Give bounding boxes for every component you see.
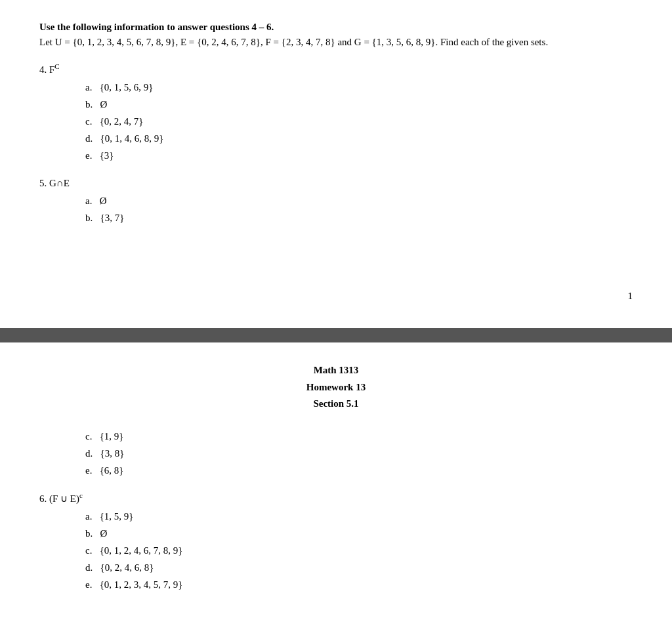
- question-5-block: 5. G∩E a. Ø b. {3, 7}: [39, 178, 633, 226]
- option-4c: c. {0, 2, 4, 7}: [85, 114, 633, 129]
- option-4a: a. {0, 1, 5, 6, 9}: [85, 79, 633, 95]
- option-5b: b. {3, 7}: [85, 210, 633, 226]
- option-4b: b. Ø: [85, 96, 633, 112]
- option-4e-text: {3}: [100, 150, 114, 161]
- question-6-block: 6. (F ∪ E)c a. {1, 5, 9} b. Ø c. {0, 1, …: [39, 491, 633, 592]
- option-5e-text: {6, 8}: [100, 465, 124, 476]
- option-5c-letter: c.: [85, 431, 92, 442]
- question-4-block: 4. FC a. {0, 1, 5, 6, 9} b. Ø c. {0, 2, …: [39, 62, 633, 163]
- instructions-line1: Use the following information to answer …: [39, 20, 633, 35]
- option-4b-letter: b.: [85, 99, 93, 110]
- page-bottom: Math 1313 Homework 13 Section 5.1 c. {1,…: [0, 342, 672, 633]
- option-5c: c. {1, 9}: [85, 428, 633, 444]
- instructions-block: Use the following information to answer …: [39, 20, 633, 49]
- option-4e-letter: e.: [85, 150, 92, 161]
- question-5-options: a. Ø b. {3, 7}: [85, 193, 633, 226]
- math-course: Math 1313: [39, 362, 633, 379]
- option-5b-letter: b.: [85, 213, 93, 223]
- section-label: Section 5.1: [39, 396, 633, 413]
- instructions-line2: Let U = {0, 1, 2, 3, 4, 5, 6, 7, 8, 9}, …: [39, 35, 633, 50]
- instructions-bold: Use the following information to answer …: [39, 22, 274, 32]
- option-4a-text: {0, 1, 5, 6, 9}: [100, 82, 154, 93]
- page-top: Use the following information to answer …: [0, 0, 672, 328]
- option-4d-text: {0, 1, 4, 6, 8, 9}: [100, 133, 164, 144]
- option-4d-letter: d.: [85, 133, 93, 144]
- option-5e-letter: e.: [85, 465, 92, 476]
- option-5a: a. Ø: [85, 193, 633, 209]
- option-6b: b. Ø: [85, 526, 633, 541]
- option-4c-letter: c.: [85, 116, 92, 127]
- q5-E: E: [64, 178, 70, 188]
- option-5e: e. {6, 8}: [85, 463, 633, 478]
- question-6-options: a. {1, 5, 9} b. Ø c. {0, 1, 2, 4, 6, 7, …: [85, 508, 633, 592]
- option-6b-text: Ø: [100, 528, 108, 539]
- question-4-title: 4. FC: [39, 62, 633, 75]
- option-6b-letter: b.: [85, 528, 93, 539]
- option-5d-text: {3, 8}: [100, 448, 125, 459]
- option-5d: d. {3, 8}: [85, 445, 633, 461]
- option-6a-letter: a.: [85, 511, 92, 522]
- option-6e-letter: e.: [85, 579, 92, 590]
- option-6d: d. {0, 2, 4, 6, 8}: [85, 560, 633, 575]
- option-6a-text: {1, 5, 9}: [100, 511, 134, 522]
- option-4a-letter: a.: [85, 82, 92, 93]
- homework-label: Homework 13: [39, 379, 633, 396]
- option-6d-letter: d.: [85, 562, 93, 573]
- q6-union-symbol: ∪: [60, 493, 68, 504]
- option-5a-letter: a.: [85, 196, 92, 206]
- option-5d-letter: d.: [85, 448, 93, 459]
- q6-superscript: c: [79, 491, 83, 499]
- option-6c-text: {0, 1, 2, 4, 6, 7, 8, 9}: [100, 545, 183, 556]
- option-6e-text: {0, 1, 2, 3, 4, 5, 7, 9}: [100, 579, 183, 590]
- option-4c-text: {0, 2, 4, 7}: [100, 116, 144, 127]
- option-6c: c. {0, 1, 2, 4, 6, 7, 8, 9}: [85, 543, 633, 558]
- option-4e: e. {3}: [85, 148, 633, 163]
- option-5b-text: {3, 7}: [100, 213, 125, 223]
- option-5c-text: {1, 9}: [100, 431, 124, 442]
- option-5a-text: Ø: [100, 196, 107, 206]
- q6-label: 6. (F: [39, 493, 60, 504]
- question-6-title: 6. (F ∪ E)c: [39, 491, 633, 505]
- page-number: 1: [628, 291, 633, 302]
- option-6a: a. {1, 5, 9}: [85, 508, 633, 524]
- option-6e: e. {0, 1, 2, 3, 4, 5, 7, 9}: [85, 577, 633, 592]
- q5-continuation-options: c. {1, 9} d. {3, 8} e. {6, 8}: [85, 428, 633, 478]
- question-5-title: 5. G∩E: [39, 178, 633, 189]
- question-4-options: a. {0, 1, 5, 6, 9} b. Ø c. {0, 2, 4, 7} …: [85, 79, 633, 163]
- option-6d-text: {0, 2, 4, 6, 8}: [100, 562, 154, 573]
- option-4b-text: Ø: [100, 99, 108, 110]
- option-6c-letter: c.: [85, 545, 92, 556]
- math-header: Math 1313 Homework 13 Section 5.1: [39, 362, 633, 413]
- page-divider: [0, 328, 672, 342]
- q5-cap-symbol: ∩: [56, 178, 64, 188]
- option-4d: d. {0, 1, 4, 6, 8, 9}: [85, 131, 633, 146]
- q5-label: 5. G: [39, 178, 56, 188]
- q6-E: E): [68, 493, 79, 504]
